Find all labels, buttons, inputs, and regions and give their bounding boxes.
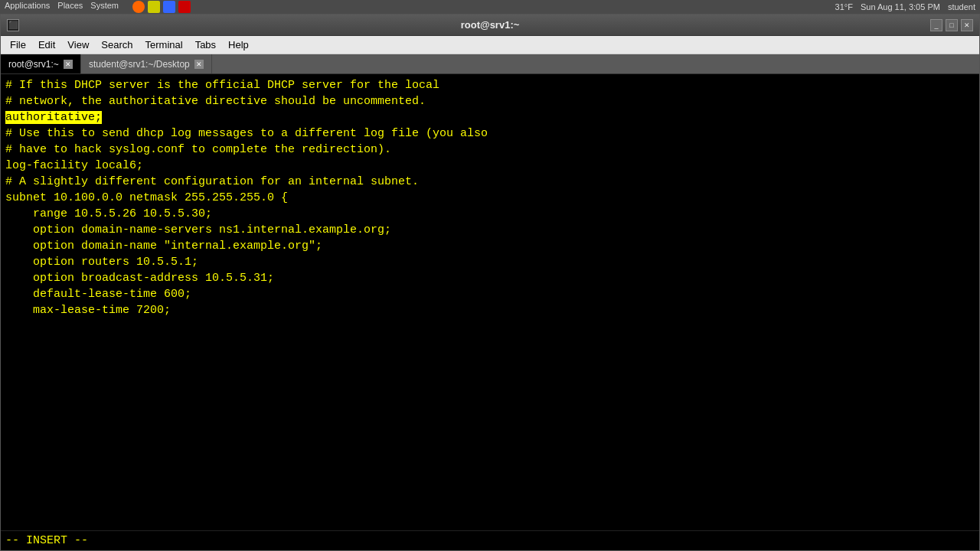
menu-search[interactable]: Search bbox=[95, 37, 139, 52]
terminal-line: option domain-name "internal.example.org… bbox=[5, 238, 975, 254]
menu-view[interactable]: View bbox=[61, 37, 95, 52]
terminal-line: # Use this to send dhcp log messages to … bbox=[5, 126, 975, 142]
folder-icon[interactable] bbox=[148, 1, 160, 13]
title-bar-left: ⬛ bbox=[7, 19, 19, 31]
tab-student[interactable]: student@srv1:~/Desktop ✕ bbox=[81, 54, 212, 73]
terminal-line: option broadcast-address 10.5.5.31; bbox=[5, 270, 975, 286]
system-bar-left: Applications Places System bbox=[5, 1, 191, 13]
terminal-line: option routers 10.5.5.1; bbox=[5, 254, 975, 270]
app-menu-places[interactable]: Places bbox=[57, 1, 83, 13]
tabs-bar: root@srv1:~ ✕ student@srv1:~/Desktop ✕ bbox=[1, 54, 979, 74]
terminal-content[interactable]: # If this DHCP server is the official DH… bbox=[1, 74, 979, 530]
tab-root-close[interactable]: ✕ bbox=[64, 60, 73, 69]
terminal-line: range 10.5.5.26 10.5.5.30; bbox=[5, 206, 975, 222]
firefox-icon[interactable] bbox=[132, 1, 145, 13]
window-title: root@srv1:~ bbox=[461, 19, 520, 31]
terminal-line: log-facility local6; bbox=[5, 158, 975, 174]
terminal-line: # network, the authoritative directive s… bbox=[5, 93, 975, 109]
window-icon: ⬛ bbox=[7, 19, 19, 31]
tab-root-label: root@srv1:~ bbox=[8, 59, 59, 70]
terminal-line: option domain-name-servers ns1.internal.… bbox=[5, 222, 975, 238]
datetime: Sun Aug 11, 3:05 PM bbox=[861, 2, 940, 11]
terminal-line: subnet 10.100.0.0 netmask 255.255.255.0 … bbox=[5, 190, 975, 206]
terminal-line: # have to hack syslog.conf to complete t… bbox=[5, 142, 975, 158]
menu-bar: File Edit View Search Terminal Tabs Help bbox=[1, 36, 979, 54]
app-menu-applications[interactable]: Applications bbox=[5, 1, 50, 13]
menu-terminal[interactable]: Terminal bbox=[139, 37, 189, 52]
globe-icon[interactable] bbox=[163, 1, 175, 13]
close-button[interactable]: ✕ bbox=[961, 19, 973, 31]
system-bar: Applications Places System 31°F Sun Aug … bbox=[0, 0, 980, 14]
app-menu-system[interactable]: System bbox=[90, 1, 119, 13]
maximize-button[interactable]: □ bbox=[946, 19, 958, 31]
terminal-line: max-lease-time 7200; bbox=[5, 302, 975, 318]
menu-file[interactable]: File bbox=[4, 37, 32, 52]
pdf-icon[interactable] bbox=[178, 1, 191, 13]
highlighted-text: authoritative; bbox=[5, 111, 102, 124]
temperature: 31°F bbox=[835, 2, 853, 11]
username: student bbox=[948, 2, 975, 11]
menu-edit[interactable]: Edit bbox=[32, 37, 61, 52]
terminal-line: default-lease-time 600; bbox=[5, 286, 975, 302]
browser-icons bbox=[132, 1, 191, 13]
tab-student-label: student@srv1:~/Desktop bbox=[89, 59, 190, 70]
title-bar: ⬛ root@srv1:~ _ □ ✕ bbox=[1, 15, 979, 36]
window-controls: _ □ ✕ bbox=[930, 19, 973, 31]
menu-help[interactable]: Help bbox=[222, 37, 255, 52]
status-bar: -- INSERT -- bbox=[1, 530, 979, 550]
terminal-line: authoritative; bbox=[5, 109, 975, 126]
terminal-line: # A slightly different configuration for… bbox=[5, 174, 975, 190]
tab-root[interactable]: root@srv1:~ ✕ bbox=[1, 54, 81, 73]
menu-tabs[interactable]: Tabs bbox=[189, 37, 222, 52]
system-bar-right: 31°F Sun Aug 11, 3:05 PM student bbox=[835, 2, 975, 11]
terminal-line: # If this DHCP server is the official DH… bbox=[5, 77, 975, 93]
insert-mode: -- INSERT -- bbox=[5, 534, 88, 547]
tab-student-close[interactable]: ✕ bbox=[194, 60, 204, 69]
minimize-button[interactable]: _ bbox=[930, 19, 942, 31]
terminal-window: ⬛ root@srv1:~ _ □ ✕ File Edit View Searc… bbox=[0, 14, 980, 551]
